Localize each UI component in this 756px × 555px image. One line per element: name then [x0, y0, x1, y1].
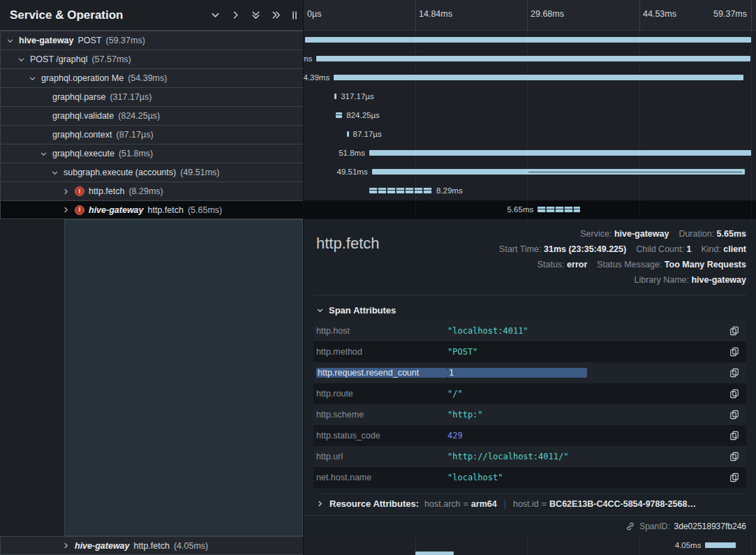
chevron-right-icon[interactable] — [61, 206, 71, 214]
detail-footer: SpanID: 3de02518937fb246 — [304, 515, 756, 536]
span-tree-cell[interactable]: graphql.operation Me(54.39ms) — [0, 68, 304, 87]
chevron-down-icon[interactable] — [5, 37, 15, 45]
trace-row[interactable]: hive-gatewayPOST(59.37ms)59.37ms — [0, 31, 756, 50]
span-duration-label: 824.25µs — [346, 111, 380, 119]
service-name: hive-gateway — [75, 541, 130, 551]
span-tree-cell[interactable]: graphql.validate(824.25µs) — [0, 106, 304, 125]
span-bar[interactable] — [705, 542, 736, 548]
copy-icon[interactable] — [729, 410, 739, 420]
trace-row[interactable]: graphql.execute(51.8ms)51.8ms — [0, 144, 756, 163]
chevron-down-icon[interactable] — [27, 75, 37, 82]
attr-row[interactable]: http.request.resend_count1 — [313, 362, 746, 383]
section-label: Resource Attributes: — [329, 498, 419, 509]
span-bar[interactable] — [334, 94, 336, 99]
span-duration: (4.05ms) — [174, 541, 208, 551]
error-icon: ! — [75, 205, 84, 215]
chevron-down-icon[interactable] — [50, 169, 59, 177]
timeline-lane[interactable]: 824.25µs — [304, 106, 756, 125]
span-bar[interactable] — [369, 150, 751, 156]
timeline-lane[interactable]: 51.8ms — [304, 144, 756, 163]
ruler-tick-label: 14.84ms — [419, 9, 452, 19]
trace-row[interactable]: !http.fetch(8.29ms)8.29ms — [0, 182, 756, 200]
span-duration-label: 54.39ms — [304, 73, 329, 82]
copy-icon[interactable] — [729, 326, 739, 336]
operation-name: http.fetch — [134, 541, 170, 551]
chevron-down-icon[interactable] — [16, 56, 26, 64]
timeline-lane[interactable]: 54.39ms — [304, 68, 756, 87]
span-tree-cell[interactable]: hive-gatewayhttp.fetch(4.05ms) — [0, 536, 304, 555]
span-tree-cell[interactable]: hive-gatewayPOST(59.37ms) — [0, 31, 304, 50]
timeline-lane[interactable]: 8.29ms — [304, 182, 756, 200]
span-tree-cell[interactable]: graphql.execute(51.8ms) — [0, 144, 304, 163]
span-bar[interactable] — [369, 188, 432, 193]
span-tree-cell[interactable]: !hive-gatewayhttp.fetch(5.65ms) — [0, 200, 304, 219]
timeline-lane[interactable]: 49.51ms — [304, 163, 756, 182]
trace-row[interactable]: graphql.context(87.17µs)87.17µs — [0, 125, 756, 144]
span-bar[interactable] — [347, 131, 349, 137]
timeline-lane[interactable]: 57.57ms — [304, 50, 756, 68]
attr-row[interactable]: http.status_code429 — [313, 425, 746, 446]
timeline-lane[interactable]: 59.37ms — [304, 31, 756, 50]
spanid-value: 3de02518937fb246 — [674, 521, 746, 531]
span-bar[interactable] — [316, 56, 750, 61]
span-tree-cell[interactable]: !http.fetch(8.29ms) — [0, 182, 304, 200]
resource-attributes-row[interactable]: Resource Attributes: host.arch=arm64|hos… — [316, 494, 746, 513]
span-duration: (8.29ms) — [128, 186, 163, 196]
span-duration-label: 49.51ms — [337, 168, 368, 176]
attr-row[interactable]: http.scheme"http:" — [313, 404, 746, 425]
span-bar[interactable] — [415, 552, 454, 555]
meta-line: Library Name: hive-gateway — [499, 272, 746, 288]
trace-row[interactable]: graphql.validate(824.25µs)824.25µs — [0, 106, 756, 125]
span-bar[interactable] — [336, 112, 342, 118]
timeline-lane[interactable]: 5.65ms — [304, 200, 756, 219]
operation-name: graphql.context — [52, 130, 112, 140]
trace-row[interactable]: !hive-gatewayhttp.fetch(5.65ms)5.65ms — [0, 200, 756, 219]
expand-all-icon[interactable] — [251, 10, 261, 20]
span-bar[interactable] — [334, 75, 743, 80]
span-rows: hive-gatewayPOST(59.37ms)59.37msPOST /gr… — [0, 31, 756, 219]
attr-row[interactable]: http.host"localhost:4011" — [313, 320, 746, 341]
chevron-down-icon[interactable] — [38, 150, 48, 158]
timeline-lane[interactable]: 87.17µs — [304, 125, 756, 144]
trace-row[interactable]: subgraph.execute (accounts)(49.51ms)49.5… — [0, 163, 756, 182]
collapse-all-icon[interactable] — [271, 10, 281, 20]
trace-row[interactable]: graphql.parse(317.17µs)317.17µs — [0, 87, 756, 106]
chevron-down-icon[interactable] — [210, 10, 221, 20]
span-bar[interactable] — [538, 207, 580, 212]
chevron-right-icon[interactable] — [61, 188, 71, 195]
chevron-right-icon[interactable] — [230, 10, 241, 20]
copy-icon[interactable] — [729, 431, 739, 441]
detail-head: http.fetch Service: hive-gatewayDuration… — [304, 219, 756, 292]
span-tree-cell[interactable]: subgraph.execute (accounts)(49.51ms) — [0, 163, 304, 182]
trace-row[interactable]: POST /graphql(57.57ms)57.57ms — [0, 50, 756, 68]
copy-icon[interactable] — [729, 389, 739, 399]
meta-line: Service: hive-gatewayDuration: 5.65ms — [499, 226, 746, 242]
left-panel-header: Service & Operation — [0, 0, 304, 31]
attr-row[interactable]: http.url"http://localhost:4011/" — [313, 446, 746, 467]
copy-icon[interactable] — [729, 473, 739, 482]
copy-icon[interactable] — [729, 347, 739, 357]
panel-title: Service & Operation — [10, 8, 210, 22]
panel-divider[interactable] — [303, 0, 304, 555]
span-attributes-header[interactable]: Span Attributes — [316, 299, 743, 320]
chevron-right-icon[interactable] — [61, 542, 71, 549]
attr-row[interactable]: http.method"POST" — [313, 341, 746, 362]
attr-row[interactable]: net.host.name"localhost" — [313, 467, 746, 488]
link-icon[interactable] — [625, 521, 635, 531]
operation-name: POST — [78, 36, 102, 45]
attr-row[interactable]: http.route"/" — [313, 383, 746, 404]
span-bar[interactable] — [305, 37, 751, 43]
panel-resize-handle[interactable] — [291, 10, 298, 20]
span-tree-cell[interactable]: POST /graphql(57.57ms) — [0, 50, 304, 68]
copy-icon[interactable] — [729, 452, 739, 461]
expanded-children-region[interactable] — [64, 219, 303, 536]
span-tree-cell[interactable]: graphql.context(87.17µs) — [0, 125, 304, 144]
timeline-ruler: 0µs14.84ms29.68ms44.53ms59.37ms — [304, 0, 756, 31]
copy-icon[interactable] — [729, 368, 739, 378]
trace-row[interactable]: graphql.operation Me(54.39ms)54.39ms — [0, 68, 756, 87]
span-bar[interactable] — [372, 169, 746, 175]
timeline-lane[interactable]: 317.17µs — [304, 87, 756, 106]
equals-sign: = — [464, 499, 468, 509]
chevron-down-icon — [316, 306, 324, 314]
span-tree-cell[interactable]: graphql.parse(317.17µs) — [0, 87, 304, 106]
